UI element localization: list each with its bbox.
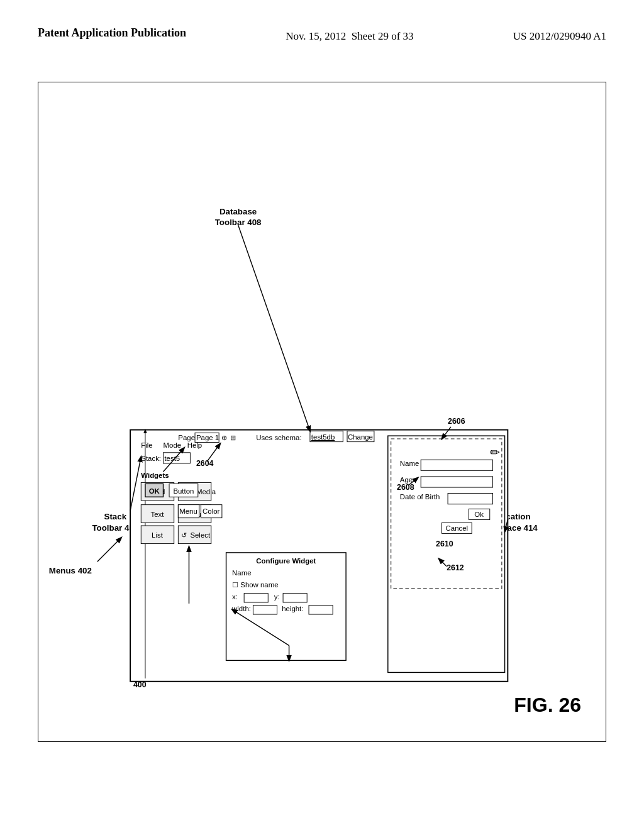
diagram-area: text { font-family: Arial, Helvetica, sa… [38, 82, 606, 742]
svg-text:2606: 2606 [448, 417, 465, 426]
svg-rect-56 [283, 594, 307, 602]
svg-text:Button: Button [173, 487, 194, 495]
svg-text:Page:: Page: [178, 434, 197, 441]
publication-date: Nov. 15, 2012 Sheet 29 of 33 [286, 30, 413, 43]
header: Patent Application Publication Nov. 15, … [0, 25, 644, 43]
svg-text:Media: Media [196, 488, 216, 495]
svg-text:Select: Select [190, 531, 211, 539]
svg-text:Menus 402: Menus 402 [49, 566, 92, 575]
svg-text:Text: Text [151, 511, 165, 518]
svg-text:Cancel: Cancel [446, 524, 469, 532]
svg-text:Menu: Menu [179, 507, 197, 515]
svg-rect-86 [421, 477, 492, 487]
svg-text:Color: Color [203, 507, 219, 515]
svg-text:Configure Widget: Configure Widget [256, 557, 316, 565]
svg-text:Widgets: Widgets [141, 472, 169, 479]
svg-text:2608: 2608 [397, 483, 414, 492]
svg-text:2612: 2612 [447, 563, 464, 572]
svg-text:x:: x: [232, 593, 238, 600]
svg-text:Page 1: Page 1 [196, 434, 219, 441]
svg-text:OK: OK [149, 487, 160, 495]
svg-text:height:: height: [282, 605, 303, 612]
svg-text:2610: 2610 [436, 540, 453, 548]
svg-text:File: File [141, 441, 152, 449]
patent-number: US 2012/0290940 A1 [513, 30, 606, 43]
svg-rect-54 [244, 594, 268, 602]
svg-text:Change: Change [348, 433, 373, 441]
svg-rect-88 [448, 494, 492, 504]
svg-text:⊕: ⊕ [221, 434, 227, 441]
svg-text:↺: ↺ [181, 531, 187, 539]
svg-text:Uses schema:: Uses schema: [256, 434, 301, 441]
svg-text:⊞: ⊞ [230, 434, 236, 441]
svg-rect-60 [309, 606, 333, 614]
svg-rect-84 [421, 460, 492, 470]
svg-text:List: List [152, 531, 164, 539]
svg-text:Name: Name [232, 569, 251, 577]
svg-text:☐ Show name: ☐ Show name [232, 581, 279, 589]
svg-rect-58 [253, 606, 277, 614]
svg-line-74 [238, 225, 310, 431]
figure-label: FIG. 26 [514, 694, 581, 717]
svg-text:Ok: Ok [474, 511, 484, 518]
svg-text:2604: 2604 [196, 459, 214, 468]
svg-text:Date of Birth: Date of Birth [400, 493, 440, 501]
svg-text:Stack:: Stack: [141, 455, 161, 462]
svg-text:test5db: test5db [311, 433, 335, 441]
svg-text:400: 400 [133, 680, 147, 689]
diagram-svg: text { font-family: Arial, Helvetica, sa… [38, 82, 606, 741]
svg-text:Stack: Stack [104, 512, 127, 521]
publication-title: Patent Application Publication [38, 25, 186, 41]
svg-text:Mode: Mode [164, 441, 182, 449]
svg-text:Name: Name [400, 460, 419, 467]
svg-text:✏: ✏ [490, 446, 500, 459]
svg-text:y:: y: [274, 593, 280, 600]
page-container: Patent Application Publication Nov. 15, … [0, 0, 644, 830]
svg-line-1 [97, 538, 121, 562]
svg-text:Database: Database [219, 207, 257, 216]
